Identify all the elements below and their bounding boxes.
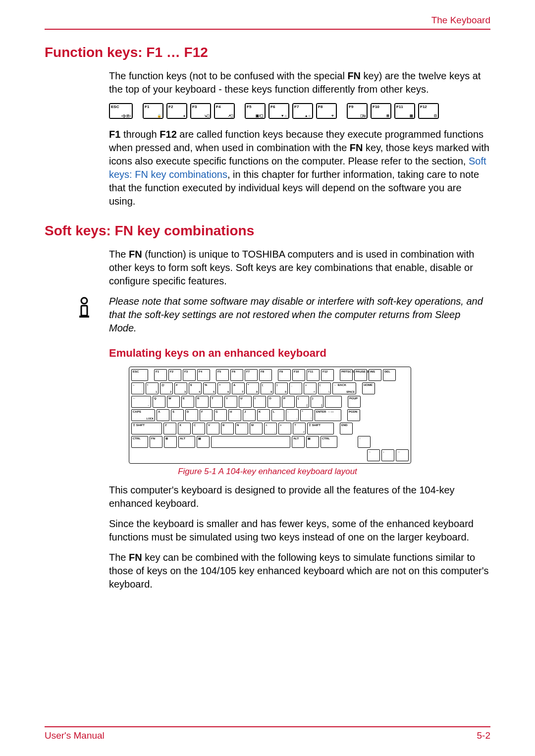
keyboard-key: K [257, 409, 270, 421]
keyboard-key: R [196, 396, 209, 408]
key-icon: ▲☼ [294, 114, 311, 117]
text-bold: F1 [109, 129, 120, 140]
keyboard-key: B [221, 423, 234, 434]
keyboard-key: V [207, 423, 219, 434]
document-page: The Keyboard Function keys: F1 … F12 The… [0, 0, 535, 756]
section2-para5: The FN key can be combined with the foll… [109, 551, 490, 591]
keyboard-key: _- [289, 382, 302, 394]
keyboard-key: += [304, 382, 317, 394]
keyboard-key: INS [369, 369, 381, 381]
svg-point-0 [81, 298, 87, 304]
keyboard-key: ESC [131, 369, 148, 381]
key-f10: F10⊞ [371, 103, 391, 119]
key-icon: ⊞ [373, 114, 389, 117]
key-label: F8 [318, 105, 335, 109]
keyboard-key: ← BACKSPACE [332, 382, 356, 394]
keyboard-key: T [210, 396, 223, 408]
text-bold: FN [347, 70, 361, 81]
keyboard-key: "' [300, 409, 313, 421]
keyboard-key: PRTSC SYSRQ [340, 369, 353, 381]
keyboard-key: <, [264, 423, 277, 434]
keyboard-key: >. [278, 423, 291, 434]
key-f6: F6▼☼ [268, 103, 289, 119]
keyboard-key: F10 [292, 369, 305, 381]
keyboard-key: *8 [246, 382, 259, 394]
key-icon: ↗⎕ [216, 114, 233, 117]
key-label: F11 [396, 105, 413, 109]
keyboard-key: F5 [216, 369, 229, 381]
keyboard-key: ↑ [358, 436, 371, 448]
note-text: Please note that some software may disab… [109, 295, 490, 335]
keyboard-key: U [239, 396, 252, 408]
figure-caption: Figure 5-1 A 104-key enhanced keyboard l… [45, 467, 490, 477]
key-label: F12 [420, 105, 437, 109]
keyboard-key: F1 [154, 369, 167, 381]
text-bold: F12 [160, 129, 176, 140]
key-icon: ▤ [396, 114, 413, 117]
section1-para2: F1 through F12 are called function keys … [109, 128, 490, 208]
text: The [109, 249, 129, 260]
keyboard-key: P [282, 396, 295, 408]
keyboard-key: |\ [318, 382, 331, 394]
key-f4: F4↗⎕ [214, 103, 235, 119]
note-box: Please note that some software may disab… [74, 295, 490, 335]
key-esc: ESC ◁|◁/▷ [109, 103, 133, 119]
text-bold: FN [129, 552, 142, 563]
keyboard-key: }] [311, 396, 323, 408]
subsection-heading-emulating: Emulating keys on an enhanced keyboard [109, 347, 490, 360]
keyboard-key: HOME [362, 382, 375, 394]
keyboard-key: D [185, 409, 198, 421]
key-f2: F2● [166, 103, 187, 119]
key-icon: ● [168, 114, 185, 117]
keyboard-key: G [214, 409, 227, 421]
keyboard-key: F6 [230, 369, 243, 381]
keyboard-key: @2 [160, 382, 173, 394]
key-icon: ▼☼ [270, 114, 287, 117]
keyboard-key: PAUSE BREAK [354, 369, 367, 381]
keyboard-key: FN [150, 436, 162, 448]
keyboard-key: I [253, 396, 266, 408]
key-icon: ◁|◁/▷ [111, 114, 131, 117]
keyboard-key: ~` [131, 382, 144, 394]
key-label: F1 [145, 105, 161, 109]
section-heading-soft-keys: Soft keys: FN key combinations [45, 223, 490, 239]
key-f3: F3↘⎕ [190, 103, 211, 119]
keyboard-key: C [192, 423, 205, 434]
keyboard-key: F8 [259, 369, 272, 381]
key-label: F6 [270, 105, 287, 109]
keyboard-key: ← [367, 449, 380, 461]
key-f11: F11▤ [394, 103, 415, 119]
text: The [109, 552, 129, 563]
keyboard-key: F7 [245, 369, 258, 381]
keyboard-key: Q [153, 396, 165, 408]
key-label: F3 [192, 105, 209, 109]
keyboard-key: ↓ [381, 449, 394, 461]
keyboard-key: CAPSLOCK [131, 409, 155, 421]
text: The function keys (not to be confused wi… [109, 70, 347, 81]
keyboard-key: ▤ [197, 436, 210, 448]
text: through [120, 129, 160, 140]
keyboard-key: ALT [292, 436, 305, 448]
keyboard-key: !1 [146, 382, 159, 394]
keyboard-key: → [396, 449, 409, 461]
section2-para3: This computer's keyboard is designed to … [109, 484, 490, 510]
key-label: F5 [247, 105, 264, 109]
key-icon: 🔒 [145, 114, 161, 117]
text-bold: FN [129, 249, 142, 260]
keyboard-key: E [181, 396, 194, 408]
key-label: F10 [373, 105, 389, 109]
keyboard-key: &7 [232, 382, 245, 394]
key-icon: ▣/▢ [247, 114, 264, 117]
footer-right: 5-2 [477, 730, 490, 741]
keyboard-key: O [268, 396, 280, 408]
keyboard-key: {[ [296, 396, 309, 408]
key-f1: F1🔒 [143, 103, 163, 119]
key-label: ESC [111, 105, 131, 109]
keyboard-key: F3 [183, 369, 196, 381]
keyboard-key: F11 [307, 369, 320, 381]
header-title: The Keyboard [431, 15, 490, 25]
enhanced-keyboard-figure: ESCF1F2F3F4F5F6F7F8F9F10F11F12PRTSC SYSR… [129, 367, 411, 464]
keyboard-key: F12 [321, 369, 334, 381]
keyboard-key: J [243, 409, 256, 421]
keyboard-key: %5 [203, 382, 216, 394]
